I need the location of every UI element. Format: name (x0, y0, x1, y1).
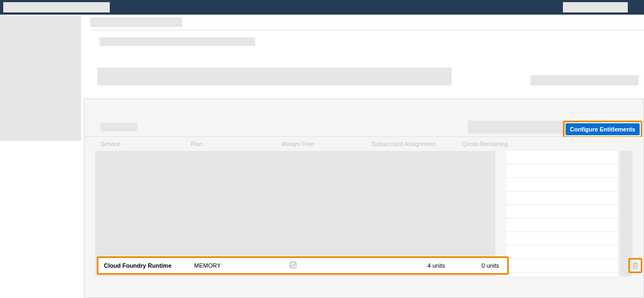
divider (90, 30, 644, 30)
trash-icon[interactable] (632, 262, 639, 269)
topbar-logo-placeholder (3, 2, 110, 12)
row-service-name: Cloud Foundry Runtime (104, 262, 194, 269)
delete-button-highlight (628, 258, 642, 273)
sidebar[interactable] (0, 16, 81, 141)
page-title-placeholder (99, 37, 255, 46)
action-placeholder (530, 75, 639, 85)
topbar-user-placeholder (563, 2, 628, 12)
table-area: Service Plan Always Free Subaccount Assi… (84, 137, 643, 276)
panel-tab-placeholder[interactable] (101, 123, 137, 131)
description-placeholder (97, 68, 452, 85)
top-navbar (0, 0, 644, 15)
subheader-wrap (88, 68, 644, 85)
entitlements-panel: Configure Entitlements Service Plan Alwa… (84, 98, 644, 298)
col-header-remaining: Quota Remaining (462, 141, 552, 147)
content: Configure Entitlements Service Plan Alwa… (81, 15, 644, 298)
main-area: Configure Entitlements Service Plan Alwa… (0, 15, 644, 298)
row-assignment: 4 units (375, 262, 459, 269)
always-free-checkbox[interactable] (290, 262, 296, 268)
configure-entitlements-highlight: Configure Entitlements (563, 121, 642, 138)
row-plan: MEMORY (194, 262, 284, 269)
configure-entitlements-button[interactable]: Configure Entitlements (566, 123, 640, 135)
panel-search-placeholder[interactable] (468, 121, 579, 134)
breadcrumb-placeholder (90, 17, 182, 27)
col-header-always-free: Always Free (281, 141, 371, 147)
cf-runtime-row[interactable]: Cloud Foundry Runtime MEMORY 4 units 0 u… (97, 256, 509, 275)
cf-runtime-row-wrap: Cloud Foundry Runtime MEMORY 4 units 0 u… (87, 255, 643, 276)
col-header-service: Service (101, 141, 191, 147)
row-remaining: 0 units (459, 262, 499, 269)
col-header-plan: Plan (191, 141, 281, 147)
col-header-assignment: Subaccount Assignment (371, 141, 462, 147)
table-column-headers: Service Plan Always Free Subaccount Assi… (84, 137, 643, 151)
row-always-free (284, 262, 375, 270)
panel-header: Configure Entitlements (84, 99, 643, 137)
